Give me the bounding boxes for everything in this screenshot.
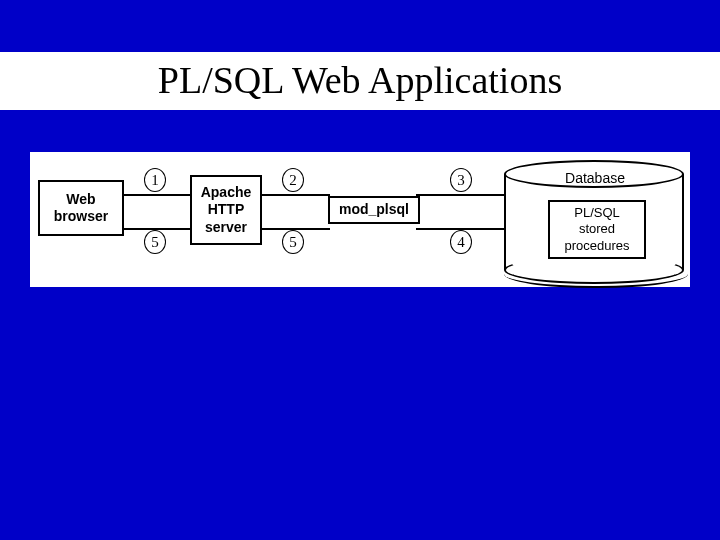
step-5: 5 xyxy=(282,230,304,254)
connector-line xyxy=(416,194,510,196)
web-browser-label: Webbrowser xyxy=(54,191,108,226)
plsql-stored-procedures-label: PL/SQLstoredprocedures xyxy=(564,205,629,253)
step-1: 1 xyxy=(144,168,166,192)
step-2: 2 xyxy=(282,168,304,192)
connector-line xyxy=(120,194,192,196)
mod-plsql-label: mod_plsql xyxy=(339,201,409,219)
connector-line xyxy=(258,194,330,196)
mod-plsql-box: mod_plsql xyxy=(328,196,420,224)
step-3: 3 xyxy=(450,168,472,192)
plsql-stored-procedures-box: PL/SQLstoredprocedures xyxy=(548,200,646,259)
database-cylinder: Database PL/SQLstoredprocedures xyxy=(504,160,686,282)
apache-label: ApacheHTTPserver xyxy=(201,184,252,237)
step-5: 5 xyxy=(144,230,166,254)
web-browser-box: Webbrowser xyxy=(38,180,124,236)
page-title: PL/SQL Web Applications xyxy=(0,52,720,110)
architecture-diagram: Webbrowser ApacheHTTPserver mod_plsql 1 … xyxy=(30,152,690,287)
step-4: 4 xyxy=(450,230,472,254)
database-label: Database xyxy=(504,170,686,186)
apache-http-server-box: ApacheHTTPserver xyxy=(190,175,262,245)
